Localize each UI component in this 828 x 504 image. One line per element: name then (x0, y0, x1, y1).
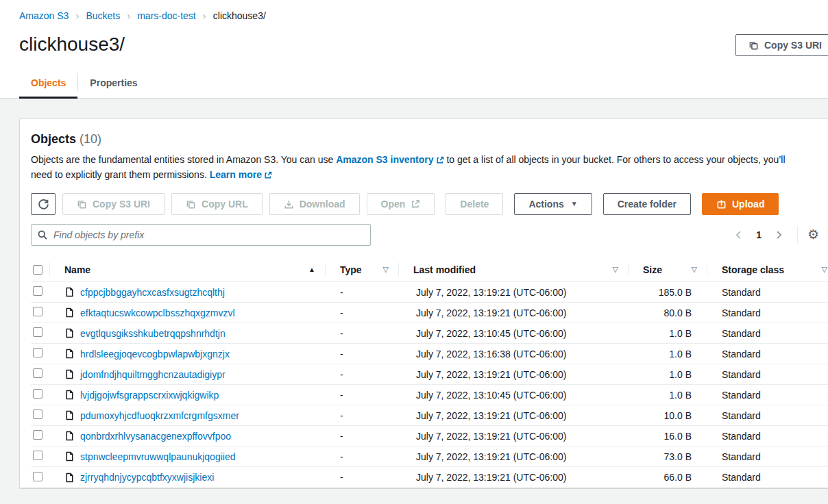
actions-label: Actions (528, 199, 563, 210)
column-storage-class-label: Storage class (722, 264, 784, 275)
object-name-link[interactable]: zjrryqhdnjycypcqbtfxyxwjisjkiexi (80, 472, 214, 483)
object-size: 66.0 B (628, 472, 707, 483)
column-header-last-modified[interactable]: Last modified ▽ (398, 257, 628, 281)
sort-ascending-icon: ▲ (308, 266, 315, 273)
learn-more-link[interactable]: Learn more (210, 169, 272, 180)
column-type-label: Type (340, 264, 362, 275)
copy-url-button[interactable]: Copy URL (171, 193, 263, 215)
object-storage-class: Standard (707, 390, 828, 401)
column-header-type[interactable]: Type ▽ (325, 257, 398, 281)
objects-count-badge: (10) (80, 132, 101, 146)
copy-icon (748, 40, 759, 51)
download-button[interactable]: Download (269, 193, 360, 215)
current-page-number[interactable]: 1 (751, 229, 767, 240)
create-folder-button[interactable]: Create folder (603, 193, 691, 215)
tab-bar: Objects Properties (0, 71, 828, 99)
pagination: 1 ⚙ (730, 226, 828, 244)
table-row: hrdlsleegjoqevcogbpwlapwbjxgnzjx - July … (31, 344, 828, 364)
description-text: Objects are the fundamental entities sto… (31, 154, 336, 165)
search-input[interactable] (31, 224, 371, 246)
column-header-name[interactable]: Name ▲ (49, 257, 325, 281)
table-row: cfppcjbbggayhcxcasfxsugtzhcqlthj - July … (31, 282, 828, 303)
file-icon (64, 473, 75, 483)
column-size-label: Size (643, 264, 662, 275)
table-row: qonbrdxrhlvysanacgenexpffovvfpoo - July … (31, 426, 828, 446)
breadcrumb-link-bucket[interactable]: mars-doc-test (137, 10, 196, 21)
row-checkbox[interactable] (33, 410, 42, 419)
object-type: - (325, 369, 398, 380)
row-checkbox[interactable] (33, 472, 42, 481)
preferences-gear-icon[interactable]: ⚙ (807, 228, 819, 242)
breadcrumb-link-amazon-s3[interactable]: Amazon S3 (19, 10, 69, 21)
object-type: - (325, 328, 398, 339)
refresh-icon (38, 199, 49, 210)
file-icon (64, 390, 75, 400)
external-link-icon (411, 199, 420, 209)
object-name-link[interactable]: qonbrdxrhlvysanacgenexpffovvfpoo (80, 431, 231, 442)
object-name-link[interactable]: jdomfndjhquiltmgghcnzautadigiypr (80, 369, 226, 380)
object-type: - (325, 307, 398, 318)
table-row: jdomfndjhquiltmgghcnzautadigiypr - July … (31, 364, 828, 385)
copy-s3-uri-header-button[interactable]: Copy S3 URI (735, 34, 828, 56)
file-icon (64, 369, 75, 379)
breadcrumb: Amazon S3 › Buckets › mars-doc-test › cl… (0, 0, 828, 21)
object-name-link[interactable]: evgtlqusgiksshkubetrqqpshnrhdtjn (80, 328, 226, 339)
column-header-storage-class[interactable]: Storage class ▽ (707, 257, 828, 281)
copy-icon (186, 199, 196, 210)
row-checkbox[interactable] (33, 430, 42, 440)
upload-icon (716, 199, 727, 210)
refresh-button[interactable] (31, 193, 56, 215)
next-page-button[interactable] (770, 227, 788, 242)
object-name-link[interactable]: stpnwcleepmvruwwqlpaunukjqogiied (80, 451, 235, 462)
object-name-link[interactable]: efktaqtucswkcowpclbsszhqxgzmvzvl (80, 307, 235, 318)
object-last-modified: July 7, 2022, 13:10:45 (UTC-06:00) (398, 328, 628, 339)
object-last-modified: July 7, 2022, 13:19:21 (UTC-06:00) (398, 451, 628, 462)
table-row: evgtlqusgiksshkubetrqqpshnrhdtjn - July … (31, 323, 828, 344)
row-checkbox[interactable] (33, 307, 42, 316)
row-checkbox[interactable] (33, 451, 42, 460)
object-storage-class: Standard (707, 287, 828, 298)
column-header-size[interactable]: Size ▽ (628, 257, 707, 281)
object-storage-class: Standard (707, 451, 828, 462)
actions-dropdown-button[interactable]: Actions ▼ (514, 193, 592, 215)
select-all-checkbox[interactable] (33, 265, 42, 275)
sort-icon: ▽ (822, 265, 827, 274)
object-last-modified: July 7, 2022, 13:19:21 (UTC-06:00) (398, 307, 628, 318)
row-checkbox[interactable] (33, 286, 42, 296)
row-checkbox[interactable] (33, 327, 42, 337)
delete-button[interactable]: Delete (446, 193, 503, 215)
object-size: 73.0 B (628, 451, 707, 462)
breadcrumb-current: clickhouse3/ (213, 10, 266, 21)
object-size: 185.0 B (628, 287, 707, 298)
amazon-s3-inventory-link[interactable]: Amazon S3 inventory (336, 154, 443, 165)
object-type: - (325, 451, 398, 462)
object-size: 10.0 B (628, 410, 707, 421)
sort-icon: ▽ (692, 265, 697, 274)
objects-description: Objects are the fundamental entities sto… (31, 153, 809, 183)
learn-more-label: Learn more (210, 169, 262, 180)
search-box (31, 224, 371, 246)
object-type: - (325, 410, 398, 421)
row-checkbox[interactable] (33, 348, 42, 357)
breadcrumb-link-buckets[interactable]: Buckets (86, 10, 120, 21)
object-name-link[interactable]: hrdlsleegjoqevcogbpwlapwbjxgnzjx (80, 349, 230, 360)
object-name-link[interactable]: cfppcjbbggayhcxcasfxsugtzhcqlthj (80, 287, 225, 298)
file-icon (64, 307, 75, 318)
object-size: 1.0 B (628, 328, 707, 339)
tab-objects[interactable]: Objects (19, 71, 77, 99)
object-size: 1.0 B (628, 349, 707, 360)
upload-button[interactable]: Upload (702, 193, 779, 215)
row-checkbox[interactable] (33, 368, 42, 378)
previous-page-button[interactable] (730, 227, 748, 242)
object-name-link[interactable]: lvjdjgojwfsgrappscrxixwjqkigwikp (80, 390, 219, 401)
copy-url-label: Copy URL (202, 199, 248, 210)
object-storage-class: Standard (707, 349, 828, 360)
object-type: - (325, 472, 398, 483)
table-row: lvjdjgojwfsgrappscrxixwjqkigwikp - July … (31, 385, 828, 405)
open-button[interactable]: Open (367, 193, 435, 215)
tab-properties[interactable]: Properties (78, 71, 149, 99)
copy-s3-uri-button[interactable]: Copy S3 URI (62, 193, 165, 215)
row-checkbox[interactable] (33, 389, 42, 399)
object-name-link[interactable]: pdumoxyhjcdfuoqkrzxmfcrgmfgsxmer (80, 410, 239, 421)
file-icon (64, 328, 75, 338)
